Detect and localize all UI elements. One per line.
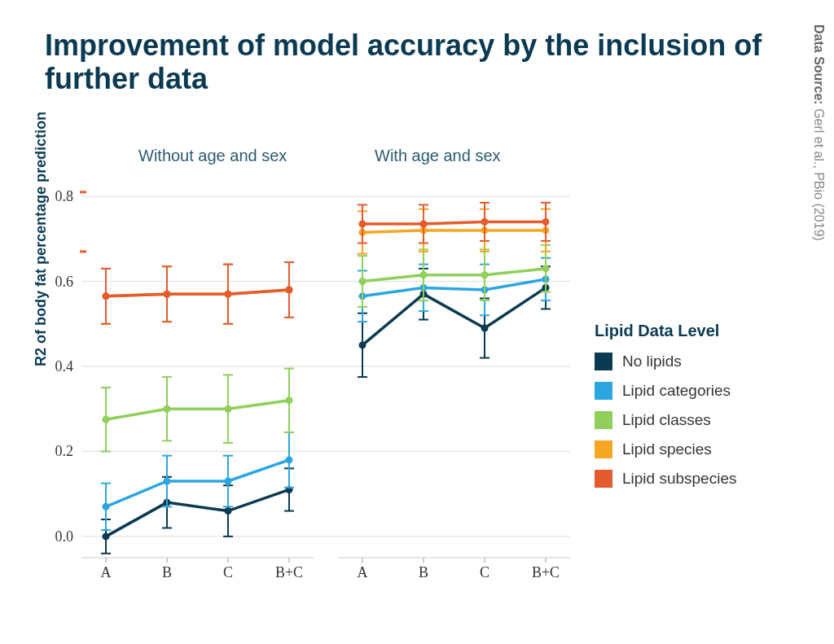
data-point (481, 325, 489, 332)
data-point (359, 278, 367, 285)
legend-item: Lipid categories (595, 382, 736, 400)
data-point (164, 405, 171, 413)
legend-item: No lipids (595, 353, 736, 370)
x-tick-label: A (101, 564, 112, 581)
data-source: Data Source: Gerl et al., PBio (2019) (811, 24, 826, 241)
source-value: Gerl et al., PBio (2019) (812, 105, 826, 241)
data-point (103, 532, 110, 540)
data-point (359, 221, 367, 228)
y-tick-label: 0.8 (55, 188, 74, 205)
legend-label: Lipid subspecies (622, 470, 736, 488)
data-point (420, 271, 428, 278)
source-label: Data Source: (812, 24, 826, 105)
x-tick-label: B+C (275, 564, 303, 581)
legend-item: Lipid subspecies (595, 470, 736, 488)
panel-title-left: Without age and sex (138, 147, 287, 165)
legend-swatch (595, 470, 612, 488)
data-point (225, 507, 232, 515)
series-line (106, 290, 289, 296)
series-line (362, 269, 546, 282)
data-point (286, 456, 293, 463)
series-line (362, 287, 546, 345)
data-point (286, 396, 293, 404)
data-point (481, 218, 489, 226)
series-line (362, 221, 546, 224)
y-axis-label: R2 of body fat percentage prediction (33, 112, 50, 366)
data-point (164, 478, 171, 485)
legend-swatch (595, 353, 612, 370)
data-point (225, 405, 232, 413)
x-tick-label: B+C (532, 564, 560, 581)
legend-title: Lipid Data Level (595, 322, 736, 340)
data-point (103, 503, 110, 510)
data-point (542, 265, 550, 272)
x-tick-label: C (223, 564, 233, 581)
y-tick-label: 0.6 (55, 273, 74, 290)
data-point (103, 416, 110, 423)
data-point (103, 292, 110, 300)
legend-label: No lipids (622, 353, 682, 370)
page-title: Improvement of model accuracy by the inc… (45, 28, 834, 96)
legend-label: Lipid classes (622, 411, 711, 429)
data-point (542, 218, 550, 226)
legend-item: Lipid classes (595, 411, 736, 429)
y-tick-label: 0.0 (55, 528, 74, 545)
legend: Lipid Data Level No lipidsLipid categori… (595, 322, 736, 499)
data-point (164, 291, 171, 298)
legend-swatch (595, 440, 612, 458)
data-point (359, 341, 367, 348)
panel-title-right: With age and sex (375, 147, 501, 165)
chart-area: 0.00.20.40.60.8ABCB+CABCB+C (81, 175, 570, 558)
legend-item: Lipid species (595, 440, 736, 458)
x-tick-label: C (480, 564, 489, 581)
series-line (362, 279, 546, 296)
x-tick-label: B (162, 564, 172, 581)
x-tick-label: A (358, 564, 368, 581)
y-tick-label: 0.2 (55, 443, 74, 460)
legend-swatch (595, 382, 612, 400)
plot-svg (81, 175, 570, 558)
series-line (362, 230, 546, 233)
y-tick-label: 0.4 (55, 358, 74, 375)
series-line (106, 401, 289, 420)
data-point (481, 271, 489, 278)
x-tick-label: B (419, 564, 428, 581)
data-point (225, 478, 232, 485)
data-point (420, 221, 428, 228)
data-point (225, 291, 232, 298)
data-point (286, 287, 293, 294)
legend-label: Lipid species (622, 440, 712, 458)
legend-label: Lipid categories (622, 382, 731, 400)
legend-swatch (595, 411, 612, 429)
